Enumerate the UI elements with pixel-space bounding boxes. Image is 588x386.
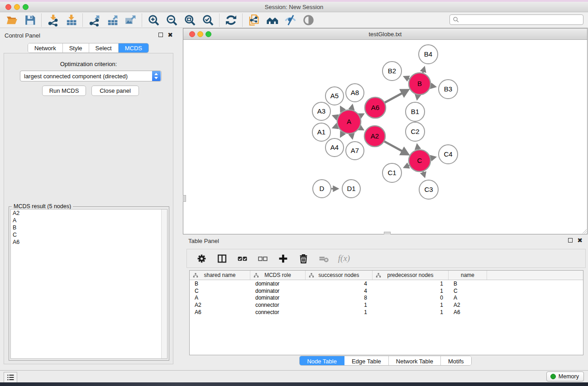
graph-edge-A-A2[interactable] <box>360 128 363 129</box>
close-panel-icon[interactable]: ✖ <box>167 32 173 38</box>
select-all-button[interactable] <box>235 251 249 266</box>
graph-node-A4[interactable]: A4 <box>325 138 344 157</box>
hide-graphics-details-button[interactable] <box>281 13 299 27</box>
cell-predecessor-nodes[interactable]: 1 <box>373 309 449 315</box>
graph-node-D[interactable]: D <box>313 180 331 198</box>
cell-name[interactable]: A2 <box>449 302 487 308</box>
cell-shared-name[interactable]: A <box>190 295 250 301</box>
graph-node-B4[interactable]: B4 <box>419 45 438 64</box>
cell-name[interactable]: A <box>449 295 487 301</box>
import-network-button[interactable] <box>44 13 62 27</box>
result-item-a[interactable]: A <box>11 217 167 224</box>
cell-shared-name[interactable]: B <box>190 281 250 287</box>
network-canvas[interactable]: B4B2BB3A5A8A6A3AB1A1A2C2A4A7C4CC1DD1C3 <box>183 40 587 234</box>
refresh-button[interactable] <box>222 13 240 27</box>
graph-edge-C-C1[interactable] <box>404 165 409 167</box>
graph-edge-A-A1[interactable] <box>333 126 338 128</box>
cell-name[interactable]: A6 <box>449 309 487 315</box>
cell-MCDS-role[interactable]: connector <box>250 302 306 308</box>
tab-node-table[interactable]: Node Table <box>300 356 344 366</box>
graph-node-A2[interactable]: A2 <box>364 126 385 147</box>
column-visibility-button[interactable] <box>215 251 229 266</box>
graph-edge-A2-C[interactable] <box>384 141 408 154</box>
graph-node-A8[interactable]: A8 <box>346 84 364 102</box>
column-header-MCDS-role[interactable]: MCDS role <box>250 271 306 280</box>
graph-node-B3[interactable]: B3 <box>439 80 458 99</box>
close-table-panel-icon[interactable]: ✖ <box>577 238 583 243</box>
close-panel-button[interactable]: Close panel <box>91 86 139 96</box>
import-table-button[interactable] <box>62 13 80 27</box>
tab-network[interactable]: Network <box>28 43 63 52</box>
deselect-all-button[interactable] <box>255 251 270 266</box>
float-panel-icon[interactable] <box>158 33 163 37</box>
graph-edge-B-B2[interactable] <box>404 76 409 79</box>
cell-MCDS-role[interactable]: dominator <box>250 281 306 287</box>
table-row-a2[interactable]: A2connector11A2 <box>190 301 583 309</box>
cell-predecessor-nodes[interactable]: 1 <box>373 288 449 294</box>
search-field[interactable] <box>449 14 583 25</box>
graph-node-A[interactable]: A <box>337 110 361 133</box>
column-header-shared-name[interactable]: shared name <box>190 271 250 280</box>
delete-column-button[interactable] <box>296 251 311 266</box>
show-graphics-details-button[interactable] <box>299 13 317 27</box>
graph-node-B2[interactable]: B2 <box>382 62 402 81</box>
table-row-a6[interactable]: A6connector11A6 <box>190 309 583 316</box>
optimization-criterion-select[interactable]: largest connected component (directed) <box>20 71 162 81</box>
save-session-button[interactable] <box>21 13 39 27</box>
result-list-scrollbar[interactable] <box>161 210 167 358</box>
tab-motifs[interactable]: Motifs <box>441 356 471 366</box>
cell-shared-name[interactable]: C <box>190 288 250 294</box>
column-header-predecessor-nodes[interactable]: predecessor nodes <box>373 271 449 280</box>
cell-name[interactable]: B <box>449 281 487 287</box>
graph-edge-A-A8[interactable] <box>351 105 352 110</box>
table-row-a[interactable]: Adominator80A <box>190 295 583 302</box>
tab-style[interactable]: Style <box>63 43 89 52</box>
graph-edge-B-B1[interactable] <box>417 95 418 100</box>
graph-edge-A-A5[interactable] <box>341 107 343 111</box>
tab-mcds[interactable]: MCDS <box>119 43 148 52</box>
graph-node-A1[interactable]: A1 <box>312 123 330 141</box>
result-item-a2[interactable]: A2 <box>11 210 167 217</box>
graph-edge-A6-B[interactable] <box>385 90 408 103</box>
graph-node-A5[interactable]: A5 <box>325 87 344 105</box>
memory-button[interactable]: Memory <box>546 372 584 381</box>
cell-MCDS-role[interactable]: dominator <box>250 288 306 294</box>
column-header-name[interactable]: name <box>449 271 487 280</box>
search-input[interactable] <box>459 17 583 23</box>
graph-edge-B-B4[interactable] <box>423 67 425 73</box>
graph-node-A7[interactable]: A7 <box>346 142 364 160</box>
graph-node-A3[interactable]: A3 <box>312 102 330 120</box>
graph-edge-C-C4[interactable] <box>430 157 435 158</box>
network-from-clipboard-button[interactable] <box>245 13 263 27</box>
graph-node-C3[interactable]: C3 <box>419 180 438 199</box>
result-item-b[interactable]: B <box>11 224 167 231</box>
graph-edge-C-C2[interactable] <box>417 144 418 149</box>
graph-node-A6[interactable]: A6 <box>365 97 386 118</box>
graph-edge-C-C3[interactable] <box>423 172 425 177</box>
table-row-b[interactable]: Bdominator41B <box>190 280 583 287</box>
home-layout-button[interactable] <box>263 13 281 27</box>
canvas-left-scroll-handle[interactable] <box>183 195 186 202</box>
graph-edge-A-A6[interactable] <box>360 114 363 116</box>
zoom-out-button[interactable] <box>163 13 181 27</box>
cell-shared-name[interactable]: A6 <box>190 309 250 315</box>
export-table-button[interactable] <box>103 13 121 27</box>
float-table-panel-icon[interactable] <box>568 238 573 243</box>
resize-grip-icon[interactable] <box>581 228 587 234</box>
cell-shared-name[interactable]: A2 <box>190 302 250 308</box>
table-row-c[interactable]: Cdominator41C <box>190 287 583 295</box>
export-image-button[interactable] <box>121 13 139 27</box>
column-header-successor-nodes[interactable]: successor nodes <box>306 271 373 280</box>
graph-node-C4[interactable]: C4 <box>439 145 458 164</box>
show-panels-button[interactable] <box>4 372 17 383</box>
tab-select[interactable]: Select <box>89 43 119 52</box>
graph-node-D1[interactable]: D1 <box>342 180 360 198</box>
attribute-settings-button[interactable] <box>194 251 209 266</box>
graph-node-C[interactable]: C <box>409 150 430 172</box>
cell-predecessor-nodes[interactable]: 0 <box>373 295 449 301</box>
graph-node-C2[interactable]: C2 <box>406 122 425 141</box>
export-network-button[interactable] <box>85 13 103 27</box>
graph-edge-A-A7[interactable] <box>351 133 352 138</box>
graph-edge-A-A4[interactable] <box>341 133 343 137</box>
cell-successor-nodes[interactable]: 1 <box>306 302 373 308</box>
